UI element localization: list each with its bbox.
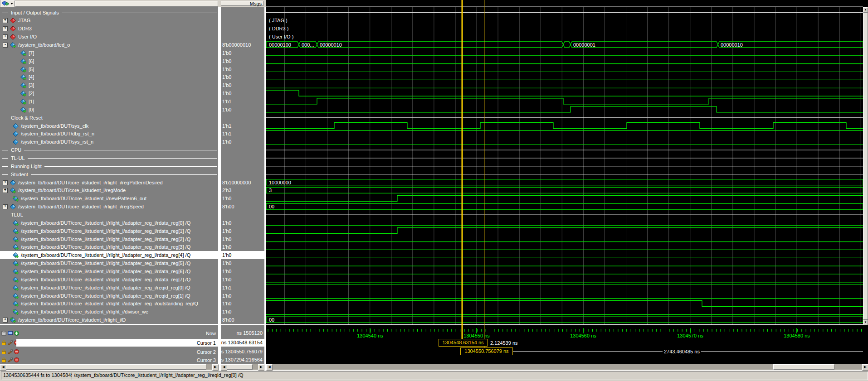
lock-icon[interactable] (1, 349, 6, 354)
signal-row[interactable]: /system_tb/board/DUT/core_i/student_i/rl… (0, 235, 218, 243)
cursor1-name-field[interactable]: Cursor 1 (16, 339, 218, 347)
signal-row[interactable]: [4] (0, 73, 218, 81)
signal-row[interactable]: /system_tb/board/DUT/core_i/student_i/ne… (0, 194, 218, 203)
wrench-icon[interactable] (8, 357, 13, 362)
signal-label: /system_tb/board/DUT/core_i/student_i/rl… (21, 285, 190, 290)
scroll-left-arrow[interactable]: ◀ (221, 364, 227, 371)
add-cursor-icon[interactable] (14, 331, 19, 336)
signal-row[interactable]: [7] (0, 49, 218, 57)
scroll-left-arrow[interactable]: ◀ (266, 364, 273, 371)
expander-toggle[interactable]: + (3, 18, 8, 23)
signal-row[interactable]: /system_tb/board/DUT/core_i/student_i/rl… (0, 284, 218, 292)
cursor2-time-box[interactable]: 1304550.756079 ns (460, 347, 513, 355)
cursor3-value[interactable]: 1307294.216564 ns (221, 356, 264, 364)
lock-icon[interactable] (1, 357, 6, 362)
signal-label: /system_tb/board/DUT/core_i/student_i/rl… (21, 301, 198, 306)
monitor-icon[interactable] (8, 331, 13, 336)
group-row[interactable]: Clock & Reset (0, 114, 218, 122)
signal-row[interactable]: /system_tb/board/DUT/core_i/student_i/rl… (0, 259, 218, 267)
signal-row[interactable]: /system_tb/board/DUT/core_i/student_i/rl… (0, 219, 218, 227)
wave-horizontal-scrollbar[interactable]: ◀ ▶ (266, 364, 868, 370)
signal-row[interactable]: +User I/O (0, 33, 218, 41)
group-row[interactable]: Running Light (0, 162, 218, 170)
cursor1-time-box[interactable]: 1304548.63154 ns (439, 339, 488, 347)
cursor2-row[interactable]: Cursor 2 (0, 348, 218, 356)
delete-cursor-icon[interactable] (14, 349, 19, 354)
signal-row[interactable]: +/system_tb/board/DUT/core_i/student_i/r… (0, 203, 218, 211)
scroll-right-arrow[interactable]: ▶ (258, 364, 264, 371)
names-scroll-thumb[interactable] (6, 364, 206, 370)
signal-row[interactable]: [5] (0, 65, 218, 73)
signal-label: JTAG (18, 18, 30, 23)
scroll-left-arrow[interactable]: ◀ (0, 364, 6, 371)
signal-label: /system_tb/board/DUT/sys_clk (21, 123, 88, 129)
signal-row[interactable]: /system_tb/board/DUT/core_i/student_i/rl… (0, 267, 218, 275)
expander-toggle[interactable]: - (3, 43, 8, 48)
signal-row[interactable]: +JTAG (0, 16, 218, 24)
signal-type-icon (10, 204, 16, 210)
svg-text:00: 00 (269, 204, 274, 209)
expander-toggle[interactable]: + (3, 318, 8, 323)
group-row[interactable]: CPU (0, 146, 218, 154)
time-axis-area[interactable]: 1304540 ns1304550 ns1304560 ns1304570 ns… (266, 325, 868, 364)
cursor3-row[interactable]: Cursor 3 (0, 356, 218, 364)
signal-row[interactable]: /system_tb/board/DUT/dbg_rst_n (0, 130, 218, 138)
cursor1-row[interactable]: Cursor 1 (0, 339, 218, 347)
scroll-down-arrow[interactable]: ▼ (863, 320, 868, 325)
group-row[interactable]: Student (0, 170, 218, 178)
wave-tool-button[interactable] (1, 0, 15, 7)
signal-row[interactable]: [6] (0, 57, 218, 65)
signal-row[interactable]: /system_tb/board/DUT/core_i/student_i/rl… (0, 227, 218, 235)
expander-toggle[interactable]: + (3, 34, 8, 39)
wave-vertical-scrollbar[interactable]: ▲ ▼ (863, 7, 868, 325)
signal-row[interactable]: /system_tb/board/DUT/sys_rst_n (0, 138, 218, 146)
signal-row[interactable]: [2] (0, 89, 218, 97)
signal-row[interactable]: +DDR3 (0, 24, 218, 33)
values-horizontal-scrollbar[interactable]: ◀ ▶ (221, 364, 264, 370)
signal-value: 1'b0 (221, 81, 264, 89)
wave-canvas[interactable]: ( JTAG )( DDR3 )( User I/O )00000100000.… (266, 0, 868, 325)
names-column-header[interactable] (15, 1, 218, 7)
signal-row[interactable]: [1] (0, 97, 218, 106)
msgs-column-header[interactable]: Msgs (221, 1, 263, 6)
signal-label: /system_tb/board/led_o (18, 42, 70, 48)
wrench-icon[interactable] (8, 349, 13, 354)
signal-row[interactable]: /system_tb/board/DUT/core_i/student_i/rl… (0, 251, 218, 259)
expander-toggle[interactable]: + (3, 180, 8, 185)
signal-row[interactable]: /system_tb/board/DUT/core_i/student_i/rl… (0, 308, 218, 316)
group-row[interactable]: TLUL (0, 211, 218, 219)
signal-row[interactable]: [3] (0, 81, 218, 89)
signal-row[interactable]: /system_tb/board/DUT/core_i/student_i/rl… (0, 299, 218, 308)
expander-toggle[interactable]: + (3, 204, 8, 209)
expander-toggle[interactable]: + (3, 26, 8, 31)
scroll-right-arrow[interactable]: ▶ (212, 364, 219, 371)
signal-row[interactable]: +/system_tb/board/DUT/core_i/student_i/r… (0, 186, 218, 194)
signal-row[interactable]: /system_tb/board/DUT/core_i/student_i/rl… (0, 292, 218, 300)
group-row[interactable]: Input / Output Signals (0, 9, 218, 17)
status-selected-signal: /system_tb/board/DUT/core_i/student_i/rl… (72, 371, 868, 380)
delete-cursor-icon[interactable] (14, 357, 19, 362)
wrench-icon[interactable] (8, 340, 13, 345)
signal-row[interactable]: /system_tb/board/DUT/sys_clk (0, 122, 218, 130)
scroll-right-arrow[interactable]: ▶ (862, 364, 868, 371)
vertical-scroll-thumb[interactable] (863, 13, 868, 320)
clipboard-icon[interactable] (1, 331, 6, 336)
svg-text:00000010: 00000010 (320, 42, 342, 48)
group-row[interactable]: TL-UL (0, 154, 218, 162)
signal-row[interactable]: /system_tb/board/DUT/core_i/student_i/rl… (0, 275, 218, 284)
expander-toggle[interactable]: + (3, 188, 8, 193)
signal-row[interactable]: +/system_tb/board/DUT/core_i/student_i/r… (0, 178, 218, 187)
signal-row[interactable]: +/system_tb/board/DUT/core_i/student_i/r… (0, 316, 218, 324)
cursor2-value[interactable]: 1304550.756079 ns (221, 348, 264, 356)
signal-row[interactable]: [0] (0, 106, 218, 114)
values-scroll-thumb[interactable] (227, 364, 253, 370)
signal-value: 8'h00 (221, 316, 264, 324)
scroll-up-arrow[interactable]: ▲ (863, 7, 868, 13)
signal-row[interactable]: -/system_tb/board/led_o (0, 41, 218, 49)
signal-row[interactable]: /system_tb/board/DUT/core_i/student_i/rl… (0, 243, 218, 251)
cursor1-value[interactable]: 1304548.63154 ns (221, 339, 264, 347)
lock-icon[interactable] (1, 340, 6, 345)
wave-scroll-thumb[interactable] (773, 364, 834, 370)
signal-name-tree[interactable]: Input / Output Signals+JTAG+DDR3+User I/… (0, 7, 218, 324)
names-horizontal-scrollbar[interactable]: ◀ ▶ (0, 364, 218, 370)
